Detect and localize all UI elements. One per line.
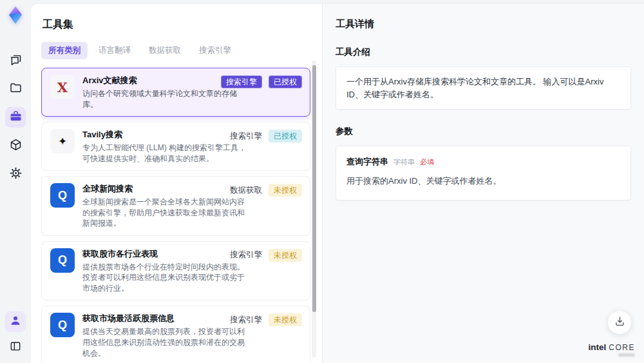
param-required-flag: 必填 (420, 157, 434, 168)
sidebar-item-user[interactable] (5, 311, 26, 332)
status-badge: 已授权 (269, 75, 302, 88)
tab-all-categories[interactable]: 所有类别 (41, 42, 88, 59)
tool-card-global-news[interactable]: Q 全球新闻搜索 全球新闻搜索是一个聚合全球各大新闻网站内容的搜索引擎，帮助用户… (41, 176, 310, 236)
param-type: 字符串 (393, 157, 415, 168)
details-title: 工具详情 (336, 18, 631, 30)
tab-translation[interactable]: 语言翻译 (91, 42, 138, 59)
toolset-pane: 工具集 所有类别 语言翻译 数据获取 搜索引擎 X Arxiv文献搜索 访问各个… (31, 4, 322, 363)
gear-icon (9, 166, 23, 182)
toolbox-icon (9, 110, 23, 126)
intro-box: 一个用于从Arxiv存储库搜索科学论文和文章的工具。 输入可以是Arxiv ID… (336, 66, 631, 110)
tool-card-tavily[interactable]: ✦ Tavily搜索 专为人工智能代理 (LLM) 构建的搜索引擎工具，可快速提… (41, 122, 310, 171)
chat-icon (9, 53, 23, 69)
tab-search-engine[interactable]: 搜索引擎 (192, 42, 238, 59)
download-icon (614, 315, 626, 330)
sidebar-item-toolset[interactable] (5, 107, 26, 128)
sidebar-item-collapse[interactable] (5, 337, 26, 358)
scrollbar-thumb[interactable] (312, 65, 316, 312)
app-sidebar (0, 0, 31, 363)
stocks-tool-icon: Q (50, 248, 75, 273)
params-heading: 参数 (336, 126, 631, 137)
user-icon (9, 314, 22, 329)
sidebar-item-packages[interactable] (5, 135, 26, 156)
intro-heading: 工具介绍 (336, 46, 631, 58)
app-logo (5, 5, 26, 26)
category-tabs: 所有类别 语言翻译 数据获取 搜索引擎 (41, 42, 322, 59)
tavily-tool-icon: ✦ (50, 129, 75, 153)
tool-description: 提供当天交易量最高的股票列表，投资者可以利用这些信息来识别流动性强的股票和潜在的… (82, 326, 249, 358)
status-badge: 未授权 (269, 313, 302, 326)
intel-logo-sub (618, 353, 635, 357)
param-description: 用于搜索的Arxiv ID、关键字或作者姓名。 (346, 175, 620, 188)
panel-icon (9, 340, 22, 355)
tool-description: 专为人工智能代理 (LLM) 构建的搜索引擎工具，可快速提供实时、准确和真实的结… (82, 142, 249, 164)
core-wordmark: CORE (609, 344, 635, 351)
list-scrollbar[interactable] (312, 61, 316, 358)
intel-wordmark: intel (589, 343, 607, 352)
tool-description: 提供股票市场各个行业在特定时间段内的表现。投资者可以利用这些信息来识别表现优于或… (82, 262, 249, 294)
status-badge: 未授权 (269, 249, 302, 262)
tool-description: 全球新闻搜索是一个聚合全球各大新闻网站内容的搜索引擎，帮助用户快速获取全球最新资… (82, 197, 249, 229)
stocks-tool-icon: Q (50, 313, 75, 337)
news-tool-icon: Q (50, 183, 75, 208)
status-badge: 已授权 (269, 130, 302, 142)
tool-card-sector-performance[interactable]: Q 获取股市各行业表现 提供股票市场各个行业在特定时间段内的表现。投资者可以利用… (41, 241, 310, 301)
tab-data-fetch[interactable]: 数据获取 (142, 42, 188, 59)
tool-card-active-stocks[interactable]: Q 获取市场最活跃股票信息 提供当天交易量最高的股票列表，投资者可以利用这些信息… (41, 306, 310, 363)
param-box: 查询字符串 字符串 必填 用于搜索的Arxiv ID、关键字或作者姓名。 (336, 146, 631, 201)
intel-core-logo: intel CORE (589, 343, 635, 357)
tool-details-pane: 工具详情 工具介绍 一个用于从Arxiv存储库搜索科学论文和文章的工具。 输入可… (322, 4, 644, 363)
sidebar-item-files[interactable] (5, 79, 26, 99)
category-label: 搜索引擎 (230, 315, 262, 326)
sidebar-item-settings[interactable] (5, 164, 26, 184)
category-label: 搜索引擎 (230, 131, 262, 142)
tool-list: X Arxiv文献搜索 访问各个研究领域大量科学论文和文章的存储库。 搜索引擎 … (41, 68, 310, 363)
tool-card-arxiv[interactable]: X Arxiv文献搜索 访问各个研究领域大量科学论文和文章的存储库。 搜索引擎 … (41, 68, 310, 117)
category-label: 搜索引擎 (230, 250, 262, 260)
main-content: 工具集 所有类别 语言翻译 数据获取 搜索引擎 X Arxiv文献搜索 访问各个… (31, 4, 644, 363)
download-button[interactable] (607, 310, 632, 335)
category-label: 数据获取 (230, 185, 262, 196)
page-title: 工具集 (43, 18, 322, 32)
status-badge: 未授权 (269, 184, 302, 197)
category-badge: 搜索引擎 (221, 75, 262, 88)
param-name: 查询字符串 (346, 155, 388, 168)
arxiv-tool-icon: X (50, 75, 75, 99)
folder-icon (9, 81, 23, 97)
tool-description: 访问各个研究领域大量科学论文和文章的存储库。 (82, 88, 249, 110)
package-icon (9, 138, 23, 154)
sidebar-item-chat[interactable] (5, 50, 26, 71)
